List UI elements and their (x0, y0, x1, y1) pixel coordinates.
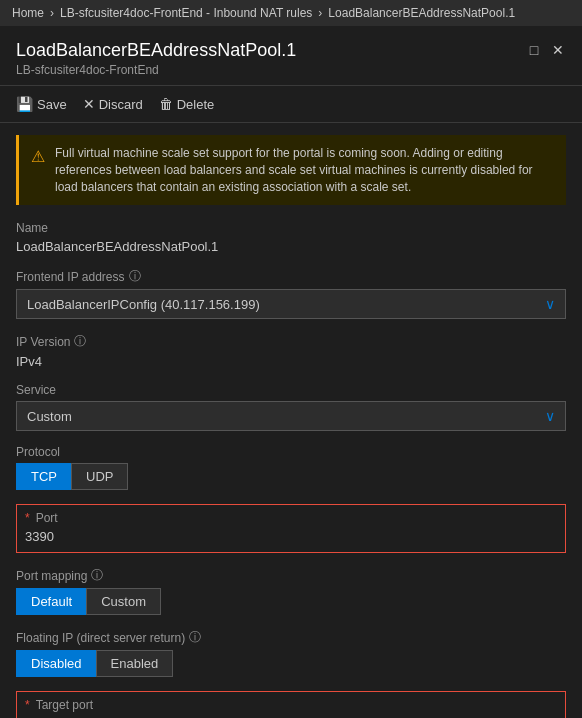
service-select[interactable]: Custom ∨ (16, 401, 566, 431)
name-label: Name (16, 221, 566, 235)
breadcrumb-current: LoadBalancerBEAddressNatPool.1 (328, 6, 515, 20)
floating-ip-info-icon[interactable]: ⓘ (189, 629, 201, 646)
name-value: LoadBalancerBEAddressNatPool.1 (16, 239, 566, 254)
port-input[interactable] (25, 527, 557, 546)
frontend-ip-info-icon[interactable]: ⓘ (129, 268, 141, 285)
port-label: Port (36, 511, 58, 525)
ip-version-field-group: IP Version ⓘ IPv4 (16, 333, 566, 369)
service-label: Service (16, 383, 566, 397)
save-button[interactable]: 💾 Save (16, 94, 67, 114)
target-port-field-group: * Target port (16, 691, 566, 718)
toolbar: 💾 Save ✕ Discard 🗑 Delete (0, 86, 582, 123)
protocol-tcp-button[interactable]: TCP (16, 463, 71, 490)
breadcrumb-home[interactable]: Home (12, 6, 44, 20)
page-subtitle: LB-sfcusiter4doc-FrontEnd (16, 63, 566, 77)
port-mapping-custom-button[interactable]: Custom (86, 588, 161, 615)
protocol-field-group: Protocol TCP UDP (16, 445, 566, 490)
warning-icon: ⚠ (31, 146, 45, 195)
name-field-group: Name LoadBalancerBEAddressNatPool.1 (16, 221, 566, 254)
warning-text: Full virtual machine scale set support f… (55, 145, 554, 195)
floating-ip-field-group: Floating IP (direct server return) ⓘ Dis… (16, 629, 566, 677)
frontend-ip-select[interactable]: LoadBalancerIPConfig (40.117.156.199) ∨ (16, 289, 566, 319)
protocol-toggle-group: TCP UDP (16, 463, 566, 490)
breadcrumb-parent[interactable]: LB-sfcusiter4doc-FrontEnd - Inbound NAT … (60, 6, 312, 20)
target-port-required-star: * (25, 698, 30, 712)
target-port-input[interactable] (25, 714, 557, 718)
delete-button[interactable]: 🗑 Delete (159, 94, 215, 114)
floating-ip-enabled-button[interactable]: Enabled (96, 650, 174, 677)
breadcrumb: Home › LB-sfcusiter4doc-FrontEnd - Inbou… (0, 0, 582, 26)
form-area: ⚠ Full virtual machine scale set support… (0, 123, 582, 718)
port-mapping-toggle-group: Default Custom (16, 588, 566, 615)
page-title: LoadBalancerBEAddressNatPool.1 (16, 40, 566, 61)
target-port-label: Target port (36, 698, 93, 712)
protocol-label: Protocol (16, 445, 566, 459)
port-label-row: * Port (25, 511, 557, 525)
protocol-udp-button[interactable]: UDP (71, 463, 128, 490)
target-port-required-wrapper: * Target port (16, 691, 566, 718)
floating-ip-disabled-button[interactable]: Disabled (16, 650, 96, 677)
floating-ip-toggle-group: Disabled Enabled (16, 650, 566, 677)
port-mapping-label: Port mapping ⓘ (16, 567, 566, 584)
service-value: Custom (27, 409, 72, 424)
save-icon: 💾 (16, 96, 33, 112)
maximize-button[interactable]: □ (526, 42, 542, 58)
port-mapping-field-group: Port mapping ⓘ Default Custom (16, 567, 566, 615)
ip-version-label: IP Version ⓘ (16, 333, 566, 350)
delete-label: Delete (177, 97, 215, 112)
port-required-wrapper: * Port (16, 504, 566, 553)
discard-label: Discard (99, 97, 143, 112)
warning-box: ⚠ Full virtual machine scale set support… (16, 135, 566, 205)
service-field-group: Service Custom ∨ (16, 383, 566, 431)
frontend-ip-field-group: Frontend IP address ⓘ LoadBalancerIPConf… (16, 268, 566, 319)
page-header: □ ✕ LoadBalancerBEAddressNatPool.1 LB-sf… (0, 26, 582, 86)
port-required-star: * (25, 511, 30, 525)
discard-button[interactable]: ✕ Discard (83, 94, 143, 114)
chevron-down-icon: ∨ (545, 296, 555, 312)
frontend-ip-label: Frontend IP address ⓘ (16, 268, 566, 285)
port-mapping-info-icon[interactable]: ⓘ (91, 567, 103, 584)
floating-ip-label: Floating IP (direct server return) ⓘ (16, 629, 566, 646)
frontend-ip-value: LoadBalancerIPConfig (40.117.156.199) (27, 297, 260, 312)
port-field-group: * Port (16, 504, 566, 553)
save-label: Save (37, 97, 67, 112)
port-mapping-default-button[interactable]: Default (16, 588, 86, 615)
ip-version-info-icon[interactable]: ⓘ (74, 333, 86, 350)
service-chevron-icon: ∨ (545, 408, 555, 424)
close-button[interactable]: ✕ (550, 42, 566, 58)
target-port-label-row: * Target port (25, 698, 557, 712)
ip-version-value: IPv4 (16, 354, 566, 369)
delete-icon: 🗑 (159, 96, 173, 112)
discard-icon: ✕ (83, 96, 95, 112)
